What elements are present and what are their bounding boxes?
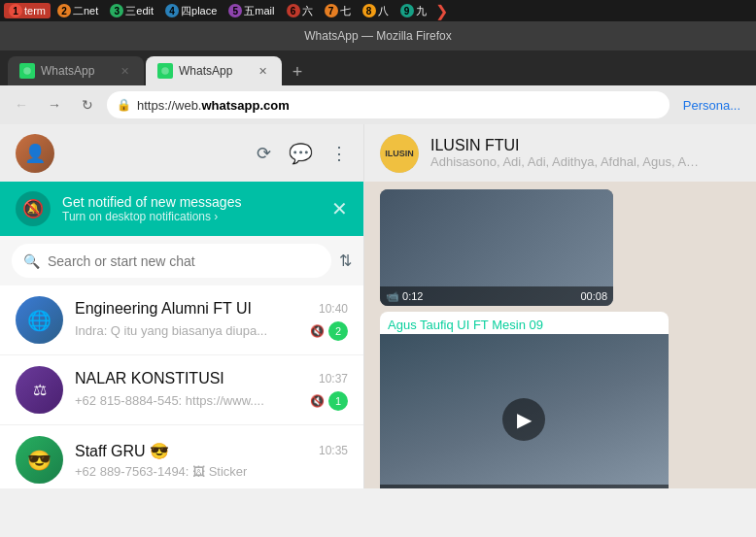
wa-header-actions: ⟳ 💬 ⋮ — [257, 142, 348, 165]
taskbar-9[interactable]: 9 九 — [395, 3, 431, 19]
notification-close-button[interactable]: ✕ — [331, 197, 348, 220]
chat-time-nalar: 10:37 — [319, 372, 348, 386]
taskbar-term[interactable]: 1 term — [4, 3, 51, 18]
video-duration-1: 📹 0:12 — [386, 290, 423, 303]
taskbar-label-edit: 三edit — [125, 4, 154, 18]
search-input[interactable] — [48, 253, 320, 269]
chat-top-nalar: NALAR KONSTITUSI 10:37 — [75, 370, 348, 387]
tab-2-label: WhatsApp — [179, 64, 249, 78]
taskbar-label-8: 八 — [378, 4, 389, 18]
whatsapp-container: 👤 ⟳ 💬 ⋮ 🔕 Get notified of new messages T… — [0, 124, 756, 488]
url-text: https://web.whatsapp.com — [137, 98, 660, 113]
chat-list: 🌐 Engineering Alumni FT UI 10:40 Indra: … — [0, 285, 363, 488]
user-avatar[interactable]: 👤 — [16, 134, 54, 173]
chat-bottom-nalar: +62 815-8884-545: https://www.... 🔇 1 — [75, 391, 348, 411]
tab-1-label: WhatsApp — [41, 64, 111, 78]
taskbar-num-1: 1 — [9, 4, 22, 17]
wa-search-bar: 🔍 ⇅ — [0, 236, 363, 285]
back-button[interactable]: ← — [8, 91, 35, 118]
taskbar-7[interactable]: 7 七 — [320, 3, 356, 19]
taskbar-net[interactable]: 2 二net — [52, 3, 103, 19]
chat-bottom-staff: +62 889-7563-1494: 🖼 Sticker — [75, 464, 348, 479]
video-thumb-1: 📹 0:12 00:08 — [380, 189, 613, 306]
wa-left-panel: 👤 ⟳ 💬 ⋮ 🔕 Get notified of new messages T… — [0, 124, 364, 488]
group-avatar[interactable]: ILUSIN — [380, 134, 419, 173]
right-header-info: ILUSIN FTUI Adhisasono, Adi, Adi, Adithy… — [430, 137, 740, 169]
taskbar-num-9: 9 — [400, 4, 414, 17]
taskbar-8[interactable]: 8 八 — [358, 3, 394, 19]
browser-title: WhatsApp — Mozilla Firefox — [304, 29, 451, 43]
status-icon[interactable]: ⟳ — [257, 143, 271, 164]
taskbar-num-6: 6 — [287, 4, 300, 17]
taskbar-mail[interactable]: 5 五mail — [223, 3, 279, 19]
persona-button[interactable]: Persona... — [675, 98, 748, 113]
browser-nav-bar: ← → ↻ 🔒 https://web.whatsapp.com Persona… — [0, 85, 756, 124]
wa-messages: 📹 0:12 00:08 Agus Taufiq UI FT Mesin 09 … — [364, 182, 756, 488]
security-icon: 🔒 — [117, 98, 131, 112]
msg-sender-name: Agus Taufiq UI FT Mesin 09 — [380, 312, 669, 334]
wa-header: 👤 ⟳ 💬 ⋮ — [0, 124, 363, 182]
chat-preview-engineering: Indra: Q itu yang biasanya diupa... — [75, 323, 267, 338]
video-duration-2: 📹 0:24 — [386, 488, 423, 489]
video-bar-2: 📹 0:24 00:09 — [380, 485, 669, 488]
chat-time-staff: 10:35 — [319, 444, 348, 457]
group-members: Adhisasono, Adi, Adi, Adithya, Afdhal, A… — [430, 154, 703, 169]
chat-item-nalar[interactable]: ⚖ NALAR KONSTITUSI 10:37 +62 815-8884-54… — [0, 355, 363, 425]
taskbar-label-mail: 五mail — [244, 4, 274, 18]
video-bar-1: 📹 0:12 00:08 — [380, 286, 613, 306]
taskbar-label-term: term — [24, 5, 46, 17]
chat-item-staff[interactable]: 😎 Staff GRU 😎 10:35 +62 889-7563-1494: 🖼… — [0, 425, 363, 488]
chat-badge-wrap-nalar: 🔇 1 — [310, 391, 348, 411]
browser-tab-1[interactable]: WhatsApp ✕ — [8, 56, 144, 85]
chat-name-engineering: Engineering Alumni FT UI — [75, 300, 252, 318]
chat-time-engineering: 10:40 — [319, 302, 348, 316]
new-tab-button[interactable]: + — [284, 58, 311, 85]
wa-right-panel: ILUSIN ILUSIN FTUI Adhisasono, Adi, Adi,… — [364, 124, 756, 488]
tab-1-close[interactable]: ✕ — [117, 63, 132, 79]
chat-content-nalar: NALAR KONSTITUSI 10:37 +62 815-8884-545:… — [75, 370, 348, 411]
chat-top-staff: Staff GRU 😎 10:35 — [75, 442, 348, 460]
taskbar-label-place: 四place — [181, 4, 217, 18]
taskbar-num-7: 7 — [325, 4, 338, 17]
chat-item-engineering[interactable]: 🌐 Engineering Alumni FT UI 10:40 Indra: … — [0, 285, 363, 355]
wa-right-header: ILUSIN ILUSIN FTUI Adhisasono, Adi, Adi,… — [364, 124, 756, 182]
chat-avatar-staff: 😎 — [16, 436, 63, 484]
taskbar-label-6: 六 — [302, 4, 313, 18]
chat-badge-nalar: 1 — [328, 391, 348, 411]
notification-bell-icon: 🔕 — [16, 191, 51, 226]
filter-icon[interactable]: ⇅ — [339, 252, 352, 270]
notification-title: Get notified of new messages — [62, 194, 320, 210]
mute-icon-engineering: 🔇 — [310, 324, 325, 338]
chat-avatar-nalar: ⚖ — [16, 366, 63, 414]
forward-button[interactable]: → — [41, 91, 68, 118]
menu-icon[interactable]: ⋮ — [330, 143, 348, 164]
browser-title-bar: WhatsApp — Mozilla Firefox — [0, 21, 756, 50]
reload-button[interactable]: ↻ — [74, 91, 101, 118]
address-bar[interactable]: 🔒 https://web.whatsapp.com — [107, 91, 670, 118]
taskbar-label-net: 二net — [73, 4, 98, 18]
tab-2-icon — [157, 63, 173, 79]
taskbar-edit[interactable]: 3 三edit — [105, 3, 158, 19]
tab-1-icon — [19, 63, 35, 79]
tab-2-close[interactable]: ✕ — [255, 63, 270, 79]
video-size-1: 00:08 — [580, 290, 607, 302]
browser-tab-2[interactable]: WhatsApp ✕ — [146, 56, 282, 85]
notification-banner: 🔕 Get notified of new messages Turn on d… — [0, 182, 363, 236]
taskbar-6[interactable]: 6 六 — [282, 3, 318, 19]
taskbar-place[interactable]: 4 四place — [160, 3, 222, 19]
new-chat-icon[interactable]: 💬 — [289, 142, 313, 165]
notification-subtitle[interactable]: Turn on desktop notifications › — [62, 210, 320, 223]
chat-name-staff: Staff GRU 😎 — [75, 442, 169, 460]
chat-badge-wrap-engineering: 🔇 2 — [310, 321, 348, 341]
chat-bottom-engineering: Indra: Q itu yang biasanya diupa... 🔇 2 — [75, 321, 348, 341]
browser-tab-bar: WhatsApp ✕ WhatsApp ✕ + — [0, 50, 756, 85]
chat-preview-staff: +62 889-7563-1494: 🖼 Sticker — [75, 464, 247, 479]
search-input-wrap: 🔍 — [12, 244, 331, 278]
notification-text: Get notified of new messages Turn on des… — [62, 194, 320, 223]
play-button-2[interactable]: ▶ — [502, 398, 545, 441]
taskbar-arrow: ❯ — [435, 2, 448, 20]
taskbar-num-8: 8 — [362, 4, 376, 17]
group-name: ILUSIN FTUI — [430, 137, 740, 154]
taskbar: 1 term 2 二net 3 三edit 4 四place 5 五mail 6… — [0, 0, 756, 21]
taskbar-num-5: 5 — [228, 4, 242, 17]
